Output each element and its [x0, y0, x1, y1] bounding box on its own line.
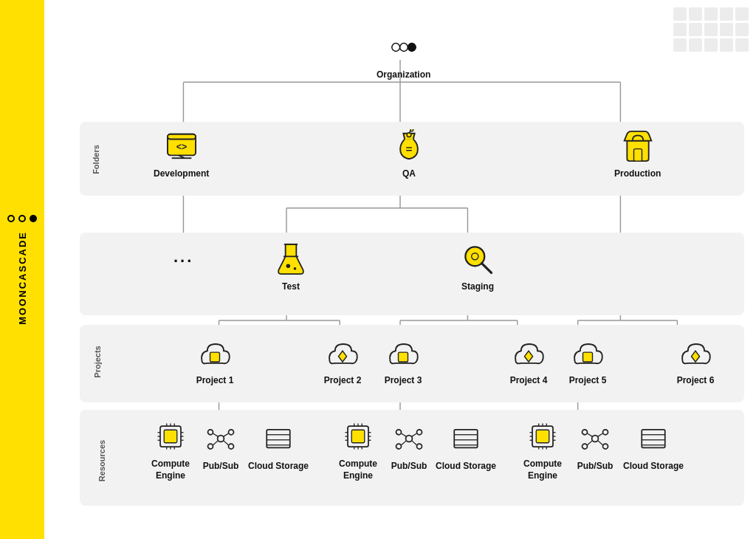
- storage-icon-2: [447, 419, 485, 458]
- svg-line-84: [224, 441, 229, 445]
- development-label: Development: [154, 168, 209, 180]
- pubsub-icon-1: [202, 419, 240, 458]
- compute-icon-3: [523, 417, 562, 456]
- storage-label-2: Cloud Storage: [436, 461, 496, 473]
- compute-icon-2: [339, 417, 377, 456]
- node-staging: Staging: [458, 240, 497, 293]
- project1-icon: [196, 334, 234, 372]
- svg-line-110: [402, 441, 407, 445]
- brand-icons: [7, 215, 37, 222]
- svg-rect-63: [164, 430, 177, 443]
- svg-point-79: [208, 444, 213, 449]
- compute-label-2: Compute Engine: [332, 459, 384, 481]
- node-development: <> Development: [154, 127, 209, 180]
- node-project1: Project 1: [196, 334, 234, 387]
- node-test: Test: [272, 240, 310, 293]
- svg-rect-51: [633, 149, 642, 162]
- pubsub-label-1: Pub/Sub: [203, 461, 239, 473]
- storage-icon-3: [634, 419, 673, 458]
- svg-rect-41: [168, 134, 196, 140]
- svg-point-54: [294, 267, 297, 270]
- svg-point-76: [218, 436, 224, 442]
- svg-line-81: [213, 433, 219, 436]
- compute-label-3: Compute Engine: [517, 459, 568, 481]
- diagram: Folders Projects Resources Organization: [59, 15, 741, 524]
- ellipsis-label: ...: [173, 247, 193, 268]
- project5-icon: [568, 334, 607, 372]
- svg-line-83: [213, 441, 219, 445]
- org-icon: [385, 28, 423, 66]
- svg-rect-61: [583, 352, 593, 362]
- project6-label: Project 6: [677, 375, 715, 387]
- resource-pubsub-2: Pub/Sub: [390, 419, 428, 473]
- node-project6: Project 6: [676, 334, 715, 387]
- node-qa: QA: [390, 127, 428, 180]
- svg-rect-117: [536, 430, 549, 443]
- node-organization: Organization: [377, 28, 430, 81]
- svg-point-48: [410, 129, 413, 131]
- brand-name: MOONCASCADE: [17, 231, 28, 325]
- resource-storage-2: Cloud Storage: [436, 419, 496, 473]
- svg-line-109: [412, 433, 417, 436]
- svg-rect-90: [351, 430, 365, 443]
- compute-icon-1: [151, 417, 190, 456]
- resource-compute-1: Compute Engine: [145, 417, 196, 481]
- svg-line-108: [402, 433, 407, 436]
- node-ellipsis: ...: [173, 244, 193, 268]
- test-icon: [272, 240, 310, 278]
- production-icon: [619, 127, 657, 165]
- pubsub-icon-2: [390, 419, 428, 458]
- svg-point-133: [583, 444, 588, 449]
- development-icon: <>: [162, 127, 201, 165]
- svg-point-57: [472, 253, 478, 260]
- svg-rect-59: [210, 352, 220, 362]
- svg-line-137: [588, 441, 593, 445]
- project2-icon: [323, 334, 362, 372]
- svg-point-53: [286, 264, 291, 268]
- pubsub-label-2: Pub/Sub: [391, 461, 427, 473]
- resource-pubsub-3: Pub/Sub: [576, 419, 614, 473]
- test-label: Test: [282, 281, 300, 293]
- project4-icon: [509, 334, 548, 372]
- project4-label: Project 4: [510, 375, 548, 387]
- production-label: Production: [614, 168, 661, 180]
- svg-point-37: [391, 44, 399, 52]
- project2-label: Project 2: [324, 375, 362, 387]
- brand-logo: MOONCASCADE: [7, 215, 37, 325]
- svg-point-134: [603, 444, 608, 449]
- svg-point-107: [417, 444, 422, 449]
- svg-point-78: [229, 430, 234, 435]
- storage-label-1: Cloud Storage: [248, 461, 309, 473]
- project1-label: Project 1: [196, 375, 234, 387]
- svg-line-135: [588, 433, 593, 436]
- svg-text:<>: <>: [176, 142, 186, 152]
- resource-compute-3: Compute Engine: [517, 417, 568, 481]
- staging-icon: [458, 240, 497, 278]
- qa-icon: [390, 127, 428, 165]
- row-label-projects: Projects: [93, 346, 102, 377]
- svg-point-77: [208, 430, 213, 435]
- row-label-folders: Folders: [92, 145, 100, 174]
- project6-icon: [676, 334, 715, 372]
- node-project4: Project 4: [509, 334, 548, 387]
- node-project2: Project 2: [323, 334, 362, 387]
- resource-pubsub-1: Pub/Sub: [202, 419, 240, 473]
- svg-point-106: [396, 444, 402, 449]
- storage-label-3: Cloud Storage: [623, 461, 684, 473]
- storage-icon-1: [259, 419, 298, 458]
- svg-point-130: [592, 436, 599, 442]
- resource-storage-3: Cloud Storage: [623, 419, 684, 473]
- qa-label: QA: [402, 168, 416, 180]
- svg-point-105: [417, 430, 422, 435]
- brand-icon-2: [18, 215, 26, 222]
- brand-icon-3: [30, 215, 37, 222]
- resource-compute-2: Compute Engine: [332, 417, 384, 481]
- pubsub-icon-3: [576, 419, 614, 458]
- svg-point-104: [396, 430, 402, 435]
- staging-label: Staging: [461, 281, 494, 293]
- sidebar: MOONCASCADE: [0, 0, 44, 539]
- node-project3: Project 3: [384, 334, 422, 387]
- svg-point-132: [603, 430, 608, 435]
- org-label: Organization: [377, 69, 430, 81]
- project3-label: Project 3: [385, 375, 422, 387]
